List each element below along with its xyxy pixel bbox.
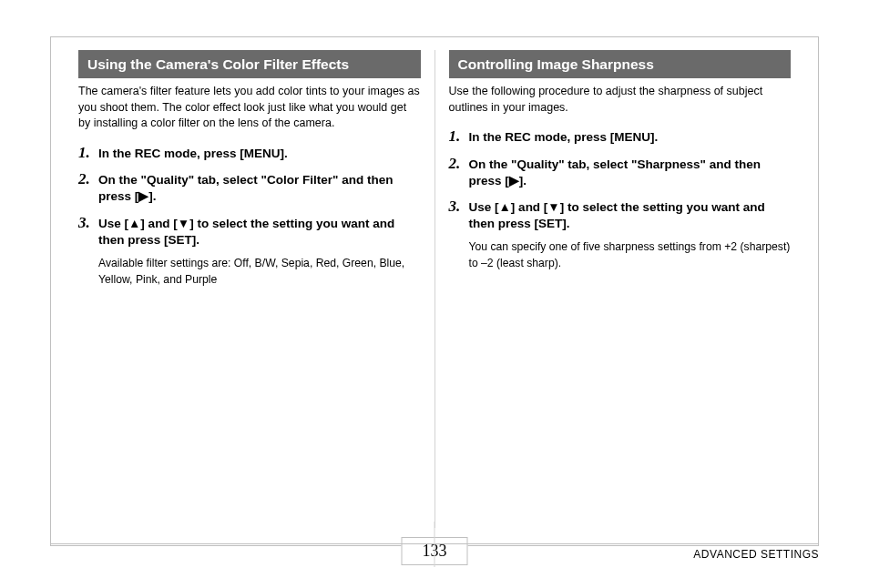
- step-note: Available filter settings are: Off, B/W,…: [98, 256, 421, 288]
- step-text: Use [▲] and [▼] to select the setting yo…: [469, 198, 792, 232]
- section-heading-sharpness: Controlling Image Sharpness: [449, 50, 792, 78]
- footer-divider: [434, 522, 435, 567]
- step-number: 1.: [78, 145, 98, 162]
- column-divider: [434, 50, 435, 528]
- two-column-layout: Using the Camera's Color Filter Effects …: [69, 50, 800, 528]
- step-item: 2. On the "Quality" tab, select "Sharpne…: [449, 156, 792, 189]
- step-number: 2.: [449, 156, 469, 189]
- step-number: 3.: [78, 215, 98, 248]
- step-item: 3. Use [▲] and [▼] to select the setting…: [449, 198, 792, 232]
- manual-page: Using the Camera's Color Filter Effects …: [0, 0, 869, 588]
- step-note: You can specify one of five sharpness se…: [469, 239, 792, 271]
- step-text: In the REC mode, press [MENU].: [98, 145, 288, 162]
- step-number: 3.: [449, 198, 469, 232]
- step-text: In the REC mode, press [MENU].: [469, 128, 659, 146]
- step-text: Use [▲] and [▼] to select the setting yo…: [98, 215, 421, 248]
- step-number: 2.: [78, 171, 98, 205]
- content-frame: Using the Camera's Color Filter Effects …: [50, 36, 819, 546]
- step-item: 2. On the "Quality" tab, select "Color F…: [78, 171, 421, 205]
- intro-paragraph-right: Use the following procedure to adjust th…: [449, 84, 792, 116]
- section-heading-filter: Using the Camera's Color Filter Effects: [78, 50, 421, 78]
- step-item: 1. In the REC mode, press [MENU].: [78, 145, 421, 162]
- left-column: Using the Camera's Color Filter Effects …: [69, 50, 430, 528]
- step-item: 3. Use [▲] and [▼] to select the setting…: [78, 215, 421, 248]
- step-text: On the "Quality" tab, select "Color Filt…: [98, 171, 421, 205]
- step-text: On the "Quality" tab, select "Sharpness"…: [469, 156, 792, 189]
- step-number: 1.: [449, 128, 469, 146]
- intro-paragraph-left: The camera's filter feature lets you add…: [78, 84, 421, 132]
- footer-section-label: ADVANCED SETTINGS: [693, 548, 819, 561]
- step-item: 1. In the REC mode, press [MENU].: [449, 128, 792, 146]
- right-column: Controlling Image Sharpness Use the foll…: [440, 50, 801, 528]
